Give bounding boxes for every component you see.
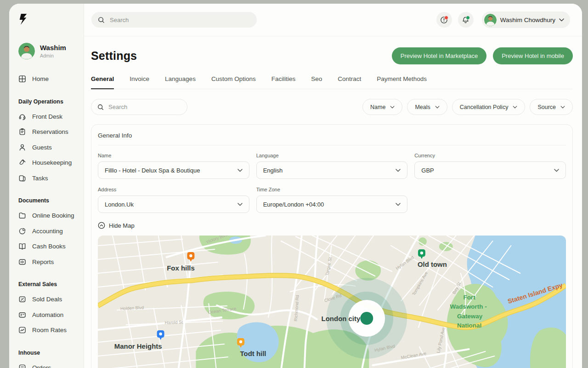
sidebar-user[interactable]: Washim Admin xyxy=(18,43,84,59)
sidebar-item-reservations[interactable]: Reservations xyxy=(18,124,84,140)
svg-text:National: National xyxy=(457,322,481,329)
filter-search-input[interactable] xyxy=(107,103,181,111)
field-label: Address xyxy=(98,187,249,192)
sidebar-user-name: Washim xyxy=(40,44,66,52)
sidebar: Washim Admin Home Daily Operations Front… xyxy=(9,4,84,368)
user-menu[interactable]: Washim Chowdhury xyxy=(482,12,570,28)
sidebar-item-label: Reservations xyxy=(32,128,68,135)
sidebar-item-orders[interactable]: Orders xyxy=(18,360,84,368)
alerts-button[interactable] xyxy=(436,12,452,28)
card-title: General Info xyxy=(98,132,566,139)
sidebar-item-label: Orders xyxy=(32,364,51,368)
sidebar-item-front-desk[interactable]: Front Desk xyxy=(18,109,84,125)
filter-search[interactable] xyxy=(91,99,187,115)
tab-custom-options[interactable]: Custom Options xyxy=(211,75,256,89)
field-language: Language English xyxy=(256,153,408,179)
notification-badge xyxy=(466,16,470,20)
alert-badge xyxy=(444,16,448,20)
chevron-down-icon xyxy=(390,106,395,109)
sidebar-item-label: Front Desk xyxy=(32,113,62,120)
field-name: Name Filllo - Hotel - Delux Spa & Boutiq… xyxy=(98,153,249,179)
chevron-down-icon xyxy=(559,18,564,22)
field-label: Currency xyxy=(414,153,566,158)
sidebar-item-cash-books[interactable]: Cash Books xyxy=(18,239,84,254)
clipboard-icon xyxy=(18,128,26,136)
orders-icon xyxy=(18,364,26,368)
field-label: Language xyxy=(256,153,408,158)
topbar: Washim Chowdhury xyxy=(84,4,582,36)
filllo-logo xyxy=(18,14,28,26)
chevron-down-icon xyxy=(513,106,517,109)
search-icon xyxy=(97,104,104,110)
user-avatar-small xyxy=(484,14,497,26)
field-currency: Currency GBP xyxy=(414,153,566,179)
notifications-button[interactable] xyxy=(458,12,474,28)
general-info-card: General Info Name Filllo - Hotel - Delux… xyxy=(91,124,573,368)
app-window: Washim Admin Home Daily Operations Front… xyxy=(9,4,582,368)
sidebar-nav: Home Daily Operations Front Desk Reserva… xyxy=(18,71,84,368)
sidebar-item-guests[interactable]: Guests xyxy=(18,140,84,155)
currency-select[interactable]: GBP xyxy=(414,161,566,179)
tab-general[interactable]: General xyxy=(91,75,114,89)
sidebar-item-housekeeping[interactable]: Housekeeping xyxy=(18,155,84,171)
sidebar-item-label: Automation xyxy=(32,311,63,318)
filter-source-dropdown[interactable]: Source xyxy=(530,99,573,115)
filter-name-dropdown[interactable]: Name xyxy=(362,99,402,115)
sidebar-item-home[interactable]: Home xyxy=(18,71,84,87)
preview-marketplace-button[interactable]: Preview Hotel in Marketplace xyxy=(392,47,486,64)
filter-meals-dropdown[interactable]: Meals xyxy=(407,99,447,115)
filter-label: Source xyxy=(537,104,556,110)
map-location-dot[interactable] xyxy=(360,312,373,325)
sidebar-item-sold-deals[interactable]: Sold Deals xyxy=(18,292,84,307)
tab-languages[interactable]: Languages xyxy=(165,75,196,89)
sidebar-user-role: Admin xyxy=(40,53,66,58)
svg-text:Manor Heights: Manor Heights xyxy=(114,342,162,350)
home-grid-icon xyxy=(18,75,26,83)
person-icon xyxy=(18,144,26,151)
tab-seo[interactable]: Seo xyxy=(311,75,322,89)
sidebar-item-automation[interactable]: Automation xyxy=(18,307,84,323)
svg-text:London city: London city xyxy=(322,315,361,322)
svg-text:Todt hill: Todt hill xyxy=(240,350,266,357)
sidebar-item-label: Tasks xyxy=(32,175,48,182)
sidebar-item-label: Online Booking xyxy=(32,212,74,219)
svg-text:Gateway: Gateway xyxy=(457,313,483,320)
chevron-down-icon xyxy=(237,203,243,206)
tab-invoice[interactable]: Invoice xyxy=(130,75,149,89)
sidebar-item-label: Sold Deals xyxy=(32,296,62,303)
chevron-down-icon xyxy=(554,169,559,172)
timezone-select[interactable]: Europe/London +04:00 xyxy=(256,196,408,213)
hide-map-label: Hide Map xyxy=(109,222,135,229)
settings-tabs: General Invoice Languages Custom Options… xyxy=(91,75,573,89)
sidebar-item-label: Room Rates xyxy=(32,327,67,334)
location-map[interactable]: Victory Blvd Holden Blvd Harold St Ocean… xyxy=(98,236,566,368)
field-label: Name xyxy=(98,153,249,158)
tab-facilities[interactable]: Facilities xyxy=(271,75,296,89)
select-value: Filllo - Hotel - Delux Spa & Boutique xyxy=(105,167,200,174)
chevron-down-icon xyxy=(560,106,565,109)
tab-contract[interactable]: Contract xyxy=(338,75,361,89)
svg-text:Wadsworth -: Wadsworth - xyxy=(450,303,487,310)
language-select[interactable]: English xyxy=(256,161,408,179)
broom-icon xyxy=(18,159,26,167)
hotel-name-select[interactable]: Filllo - Hotel - Delux Spa & Boutique xyxy=(98,161,249,179)
address-select[interactable]: London.Uk xyxy=(98,196,249,213)
filter-cancellation-policy-dropdown[interactable]: Cancellation Policy xyxy=(452,99,526,115)
select-value: London.Uk xyxy=(105,201,134,208)
sidebar-item-room-rates[interactable]: Room Rates xyxy=(18,322,84,338)
user-menu-name: Washim Chowdhury xyxy=(500,17,555,23)
global-search-input[interactable] xyxy=(109,16,250,24)
tab-payment-methods[interactable]: Payment Methods xyxy=(377,75,427,89)
hide-map-toggle[interactable]: Hide Map xyxy=(98,222,135,229)
chevron-down-icon xyxy=(435,106,440,109)
svg-text:Old town: Old town xyxy=(418,260,447,268)
sidebar-item-tasks[interactable]: Tasks xyxy=(18,171,84,186)
global-search[interactable] xyxy=(91,12,257,28)
sidebar-item-online-booking[interactable]: Online Booking xyxy=(18,208,84,224)
svg-text:Fox hills: Fox hills xyxy=(167,264,195,272)
sidebar-section-external-sales: External Sales xyxy=(18,277,84,292)
preview-mobile-button[interactable]: Preview Hotel in mobile xyxy=(493,47,573,64)
sidebar-item-label: Housekeeping xyxy=(32,159,72,166)
sidebar-item-reports[interactable]: Reports xyxy=(18,254,84,270)
sidebar-item-accounting[interactable]: Accounting xyxy=(18,224,84,239)
